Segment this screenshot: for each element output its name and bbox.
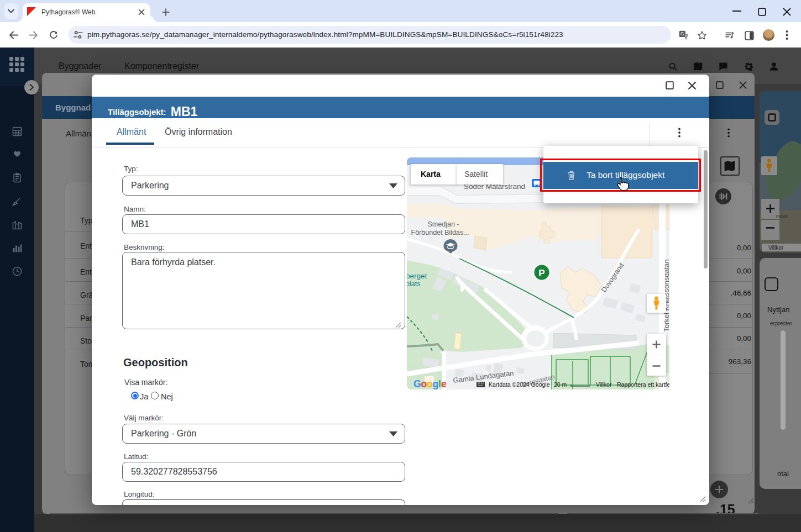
svg-text:o: o [427,378,432,389]
svg-text:berget: berget [407,272,427,280]
svg-text:Smedjan -: Smedjan - [428,220,459,228]
svg-text:Villkor: Villkor [596,381,612,388]
svg-text:e: e [441,378,447,389]
svg-text:20 m: 20 m [554,381,567,388]
svg-text:Förbundet Bildas...: Förbundet Bildas... [411,229,469,236]
svg-text:P: P [538,268,545,278]
svg-text:G: G [680,31,684,36]
svg-text:Duvogränd: Duvogränd [600,262,626,294]
svg-text:g: g [433,378,438,389]
svg-text:Kartdata ©2024 Google: Kartdata ©2024 Google [489,381,550,388]
svg-text:o: o [421,378,427,389]
svg-text:G: G [413,378,421,389]
svg-text:plats: plats [407,280,420,288]
svg-text:l: l [438,378,441,389]
svg-text:Rapportera ett kartfel: Rapportera ett kartfel [617,381,669,388]
